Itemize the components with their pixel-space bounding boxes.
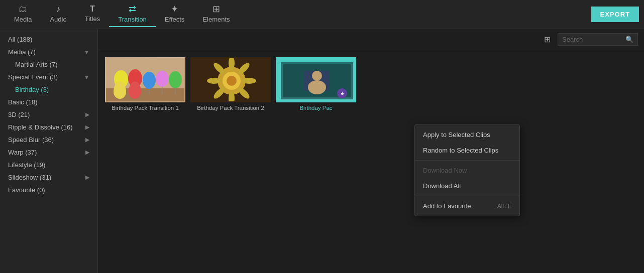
media-card-3[interactable]: ★ Birthday Pac	[276, 57, 356, 111]
sidebar-item-birthday[interactable]: Birthday (3)	[0, 83, 97, 96]
media-icon: 🗂	[19, 5, 28, 14]
content-area: ⊞ 🔍	[98, 29, 644, 273]
ctx-random-selected[interactable]: Random to Selected Clips	[415, 143, 519, 158]
svg-rect-1	[106, 88, 185, 102]
sidebar-birthday-label: Birthday (3)	[15, 86, 49, 93]
sidebar-3d-label: 3D (21)	[8, 111, 30, 118]
ctx-download-all-label: Download All	[423, 182, 461, 190]
sidebar-item-media[interactable]: Media (7)	[0, 46, 97, 58]
thumb-1	[105, 57, 185, 102]
special-event-arrow-icon	[84, 74, 89, 80]
sidebar-item-lifestyle[interactable]: Lifestyle (19)	[0, 159, 97, 171]
media-card-2[interactable]: Birthday Pack Transition 2	[190, 57, 271, 111]
export-button[interactable]: EXPORT	[591, 7, 639, 22]
sidebar-favourite-label: Favourite (0)	[8, 186, 45, 194]
effects-icon: ✦	[171, 5, 178, 14]
sidebar-item-basic[interactable]: Basic (18)	[0, 96, 97, 108]
media-label-2: Birthday Pack Transition 2	[190, 105, 271, 111]
svg-point-18	[242, 78, 256, 84]
warp-arrow-icon	[85, 149, 89, 156]
main-layout: All (188) Media (7) Martial Arts (7) Spe…	[0, 29, 644, 273]
sidebar-warp-label: Warp (37)	[8, 149, 37, 156]
ctx-add-favourite[interactable]: Add to Favourite Alt+F	[415, 198, 519, 214]
nav-audio[interactable]: ♪ Audio	[41, 2, 75, 27]
sidebar-all-label: All (188)	[8, 36, 32, 43]
sidebar-media-label: Media (7)	[8, 48, 36, 56]
sidebar-item-favourite[interactable]: Favourite (0)	[0, 184, 97, 196]
sidebar-item-warp[interactable]: Warp (37)	[0, 146, 97, 159]
speed-blur-arrow-icon	[85, 136, 89, 143]
nav-elements[interactable]: ⊞ Elements	[193, 2, 239, 27]
media-arrow-icon	[84, 49, 89, 55]
nav-transition[interactable]: ⇄ Transition	[109, 2, 156, 27]
nav-media[interactable]: 🗂 Media	[5, 2, 41, 27]
sidebar-speed-blur-label: Speed Blur (36)	[8, 136, 54, 144]
nav-audio-label: Audio	[50, 16, 66, 23]
grid-view-button[interactable]: ⊞	[541, 33, 554, 46]
transition-icon: ⇄	[129, 5, 136, 14]
svg-rect-28	[353, 58, 356, 102]
ctx-download-now-label: Download Now	[423, 167, 467, 174]
nav-titles[interactable]: T Titles	[76, 2, 110, 27]
sidebar-special-event-label: Special Event (3)	[8, 73, 58, 81]
nav-media-label: Media	[14, 16, 32, 23]
content-toolbar: ⊞ 🔍	[98, 29, 644, 50]
ctx-separator-2	[415, 196, 519, 196]
sidebar-item-ripple[interactable]: Ripple & Dissolve (16)	[0, 121, 97, 133]
sidebar-item-slideshow[interactable]: Slideshow (31)	[0, 171, 97, 184]
ctx-random-selected-label: Random to Selected Clips	[423, 147, 498, 154]
sidebar-item-speed-blur[interactable]: Speed Blur (36)	[0, 133, 97, 146]
sidebar-item-martial-arts[interactable]: Martial Arts (7)	[0, 58, 97, 71]
nav-effects[interactable]: ✦ Effects	[156, 2, 194, 27]
svg-rect-27	[277, 58, 281, 102]
media-label-3: Birthday Pac	[276, 105, 356, 111]
search-input[interactable]	[562, 36, 622, 43]
ctx-apply-selected-label: Apply to Selected Clips	[423, 131, 490, 139]
thumb-3: ★	[276, 57, 356, 102]
sidebar-item-all[interactable]: All (188)	[0, 33, 97, 46]
svg-point-4	[128, 69, 142, 87]
svg-point-31	[312, 71, 322, 81]
svg-point-22	[207, 78, 221, 84]
sidebar: All (188) Media (7) Martial Arts (7) Spe…	[0, 29, 98, 273]
titles-icon: T	[90, 5, 95, 13]
sidebar-slideshow-label: Slideshow (31)	[8, 174, 51, 181]
sidebar-basic-label: Basic (18)	[8, 98, 38, 106]
ctx-download-all[interactable]: Download All	[415, 178, 519, 194]
svg-point-8	[156, 71, 169, 87]
ctx-separator-1	[415, 160, 519, 161]
ripple-arrow-icon	[85, 124, 89, 130]
media-label-1: Birthday Pack Transition 1	[105, 105, 185, 111]
sidebar-item-3d[interactable]: 3D (21)	[0, 108, 97, 121]
slideshow-arrow-icon	[85, 174, 89, 181]
elements-icon: ⊞	[212, 5, 220, 14]
svg-rect-26	[277, 99, 356, 102]
sidebar-martial-arts-label: Martial Arts (7)	[15, 61, 58, 68]
ctx-add-favourite-shortcut: Alt+F	[497, 203, 511, 210]
media-grid: Birthday Pack Transition 1	[98, 50, 644, 118]
svg-point-32	[308, 80, 326, 94]
thumb-2	[190, 57, 271, 102]
nav-transition-label: Transition	[118, 16, 147, 23]
sidebar-lifestyle-label: Lifestyle (19)	[8, 161, 45, 169]
3d-arrow-icon	[85, 111, 89, 118]
context-menu: Apply to Selected Clips Random to Select…	[414, 124, 520, 216]
search-icon: 🔍	[625, 36, 633, 43]
sidebar-item-special-event[interactable]: Special Event (3)	[0, 71, 97, 83]
nav-titles-label: Titles	[85, 15, 100, 23]
svg-rect-25	[277, 58, 356, 62]
search-box: 🔍	[558, 33, 638, 46]
ctx-add-favourite-label: Add to Favourite	[423, 202, 471, 210]
ctx-download-now: Download Now	[415, 163, 519, 178]
svg-point-15	[227, 76, 237, 86]
svg-text:★: ★	[340, 91, 345, 96]
media-card-1[interactable]: Birthday Pack Transition 1	[105, 57, 185, 111]
nav-effects-label: Effects	[165, 16, 185, 23]
ctx-apply-selected[interactable]: Apply to Selected Clips	[415, 127, 519, 143]
nav-elements-label: Elements	[202, 16, 230, 23]
audio-icon: ♪	[56, 5, 61, 14]
top-nav: 🗂 Media ♪ Audio T Titles ⇄ Transition ✦ …	[0, 0, 644, 29]
svg-point-6	[143, 72, 156, 89]
svg-point-2	[114, 70, 128, 88]
sidebar-ripple-label: Ripple & Dissolve (16)	[8, 123, 73, 131]
